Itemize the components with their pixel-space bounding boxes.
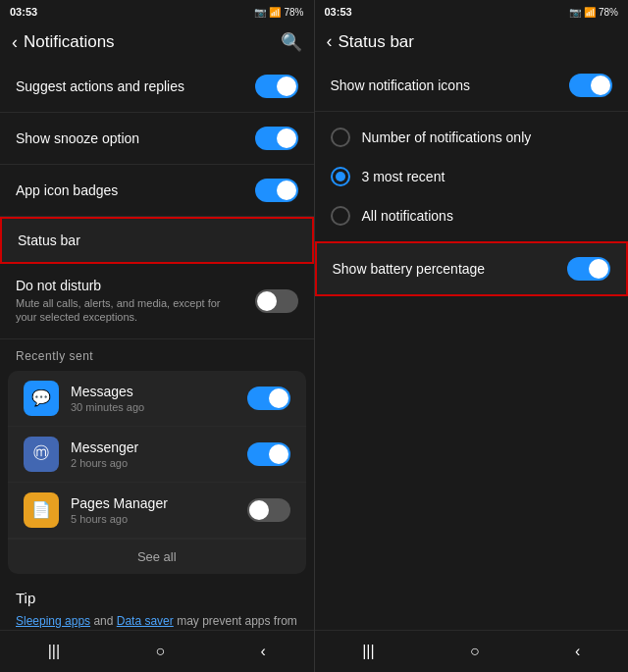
suggest-actions-toggle[interactable] [255,75,298,98]
show-snooze-toggle[interactable] [255,127,298,150]
do-not-disturb-text-group: Do not disturb Mute all calls, alerts, a… [16,278,232,325]
right-nav-home-button[interactable]: ○ [450,639,499,664]
left-settings-list: Suggest actions and replies Show snooze … [0,61,314,630]
app-badges-item[interactable]: App icon badges [0,165,314,217]
show-snooze-knob [277,129,296,148]
radio-label-number-only: Number of notifications only [362,129,532,145]
do-not-disturb-toggle[interactable] [255,289,298,313]
pages-knob [249,500,269,520]
pages-info: Pages Manager 5 hours ago [71,495,247,525]
left-header-left: ‹ Notifications [12,32,115,53]
radio-three-recent[interactable]: 3 most recent [315,157,629,196]
show-battery-percentage-label: Show battery percentage [333,261,486,277]
see-all-button[interactable]: See all [8,539,306,574]
right-settings-list: Show notification icons Number of notifi… [315,60,629,630]
radio-number-only[interactable]: Number of notifications only [315,118,629,157]
radio-label-all: All notifications [362,208,453,224]
left-panel: 03:53 📷 📶 78% ‹ Notifications 🔍 Suggest … [0,0,314,672]
messenger-time: 2 hours ago [71,457,247,469]
right-header: ‹ Status bar [315,24,629,60]
right-back-button[interactable]: ‹ [327,31,333,52]
messages-time: 30 minutes ago [71,401,247,413]
app-badges-knob [277,181,296,200]
recently-sent-group: 💬 Messages 30 minutes ago ⓜ Messenger 2 … [8,371,306,574]
radio-all[interactable]: All notifications [315,196,629,235]
do-not-disturb-label: Do not disturb [16,278,232,293]
radio-label-three-recent: 3 most recent [362,169,445,184]
signal-icon: 📶 [269,7,281,18]
right-nav-bar: ||| ○ ‹ [315,630,629,672]
left-time: 03:53 [10,6,37,18]
pages-icon: 📄 [24,492,59,528]
right-status-bar: 03:53 📷 📶 78% [315,0,629,24]
right-nav-recent-button[interactable]: ||| [342,639,393,664]
left-nav-recent-button[interactable]: ||| [28,639,79,664]
messenger-info: Messenger 2 hours ago [71,439,247,469]
app-badges-toggle[interactable] [255,179,298,202]
tip-section: Tip Sleeping apps and Data saver may pre… [0,578,314,630]
sleeping-apps-link[interactable]: Sleeping apps [16,614,90,628]
messenger-item[interactable]: ⓜ Messenger 2 hours ago [8,427,306,483]
messages-knob [269,388,288,408]
recently-sent-label: Recently sent [0,339,314,367]
radio-dot-three-recent [336,172,345,181]
left-status-icons: 📷 📶 78% [254,7,303,18]
messenger-toggle[interactable] [247,442,290,466]
messenger-name: Messenger [71,439,247,455]
pages-item[interactable]: 📄 Pages Manager 5 hours ago [8,483,306,539]
messenger-knob [269,444,288,464]
right-time: 03:53 [325,6,352,18]
left-page-title: Notifications [24,32,115,52]
camera-status-icon: 📷 [254,7,266,18]
left-header: ‹ Notifications 🔍 [0,24,314,61]
messages-info: Messages 30 minutes ago [71,384,247,413]
show-notification-icons-knob [591,76,610,95]
tip-title: Tip [16,590,298,606]
right-status-icons: 📷 📶 78% [569,7,618,18]
right-camera-icon: 📷 [569,7,581,18]
battery-percent-left: 78% [284,7,303,18]
suggest-actions-item[interactable]: Suggest actions and replies [0,61,314,113]
app-badges-label: App icon badges [16,182,118,198]
tip-and-text: and [93,614,116,628]
show-battery-percentage-toggle[interactable] [567,257,610,281]
data-saver-link[interactable]: Data saver [117,614,174,628]
tip-text: Sleeping apps and Data saver may prevent… [16,612,298,630]
right-nav-back-button[interactable]: ‹ [555,639,600,664]
status-bar-label: Status bar [18,233,80,248]
status-bar-item[interactable]: Status bar [0,217,314,264]
messenger-icon: ⓜ [24,437,59,472]
do-not-disturb-sub: Mute all calls, alerts, and media, excep… [16,296,232,325]
left-status-bar: 03:53 📷 📶 78% [0,0,314,24]
right-battery-percent: 78% [599,7,618,18]
show-battery-percentage-knob [589,259,608,279]
do-not-disturb-knob [257,291,277,311]
show-snooze-label: Show snooze option [16,130,139,146]
right-signal-icon: 📶 [584,7,596,18]
radio-circle-number-only [331,128,350,147]
show-notification-icons-toggle[interactable] [569,74,612,97]
do-not-disturb-item[interactable]: Do not disturb Mute all calls, alerts, a… [0,264,314,339]
show-notification-icons-label: Show notification icons [331,78,470,93]
messages-icon: 💬 [24,381,59,416]
radio-group: Number of notifications only 3 most rece… [315,112,629,241]
left-nav-back-button[interactable]: ‹ [241,639,286,664]
left-search-button[interactable]: 🔍 [281,31,302,53]
show-snooze-item[interactable]: Show snooze option [0,113,314,165]
pages-name: Pages Manager [71,495,247,511]
right-page-title: Status bar [339,32,415,52]
messages-toggle[interactable] [247,387,290,410]
left-back-button[interactable]: ‹ [12,32,18,53]
pages-time: 5 hours ago [71,513,247,525]
messages-item[interactable]: 💬 Messages 30 minutes ago [8,371,306,427]
radio-circle-all [331,206,350,226]
left-nav-bar: ||| ○ ‹ [0,630,314,672]
left-nav-home-button[interactable]: ○ [135,639,184,664]
suggest-actions-label: Suggest actions and replies [16,78,184,94]
radio-circle-three-recent [331,167,350,186]
messages-name: Messages [71,384,247,399]
right-header-left: ‹ Status bar [327,31,415,52]
show-battery-percentage-item[interactable]: Show battery percentage [315,241,629,296]
pages-toggle[interactable] [247,498,290,522]
show-notification-icons-item[interactable]: Show notification icons [315,60,629,112]
